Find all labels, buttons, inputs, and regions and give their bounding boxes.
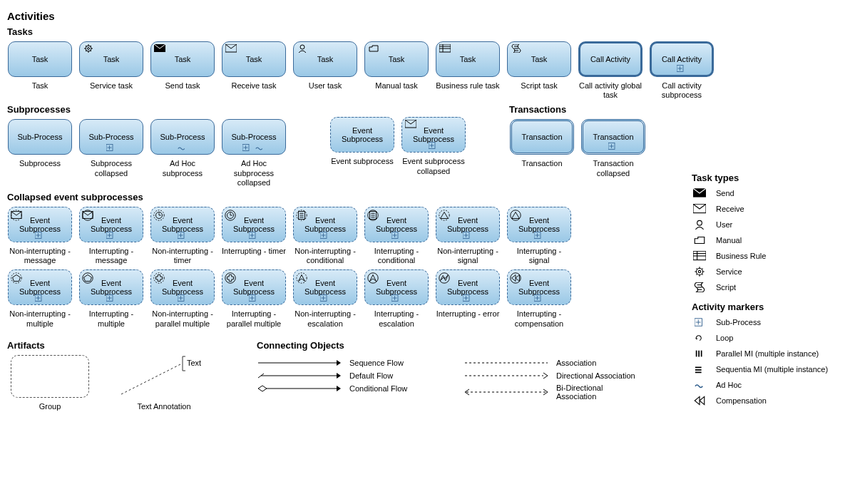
activity-shape: Sub-Process	[79, 119, 143, 155]
plus-marker	[178, 231, 188, 240]
loop-icon	[692, 332, 707, 344]
shape-caption: Interrupting - timer	[222, 247, 286, 265]
shape-caption: Script task	[521, 81, 557, 100]
pmulti-icon	[224, 272, 237, 284]
heading-connecting: Connecting Objects	[257, 340, 642, 351]
shape-cell: Event SubprocessInterrupting - parallel …	[221, 269, 287, 328]
connector-label: Directional Association	[556, 371, 642, 380]
legend-label: Parallel MI (multiple instance)	[716, 349, 819, 358]
legend-task-type: Manual	[692, 235, 841, 246]
legend-activity-marker: Sequentia MI (multiple instance)	[692, 364, 841, 375]
shape-cell: TaskManual task	[364, 41, 429, 100]
shape-cell: Event SubprocessNon-interrupting - messa…	[7, 207, 73, 265]
shape-caption: Interrupting - signal	[506, 247, 572, 265]
shape-caption: Ad Hoc subprocess	[150, 159, 215, 178]
plus-marker	[534, 294, 544, 302]
group-shape	[11, 355, 89, 398]
script-icon	[692, 282, 707, 293]
error-icon	[438, 272, 451, 284]
legend-label: Service	[716, 267, 742, 276]
activity-shape: Event Subprocess	[150, 207, 215, 242]
group-caption: Group	[39, 402, 61, 421]
shape-caption: Non-interrupting - message	[7, 247, 73, 265]
plus-marker	[608, 142, 618, 150]
plus-marker	[178, 294, 188, 302]
shape-cell: TransactionTransaction collapsed	[580, 119, 646, 178]
legend-task-type: Receive	[692, 203, 841, 215]
legend-task-type: Send	[692, 187, 841, 199]
plus-marker	[534, 231, 544, 240]
shape-caption: Receive task	[232, 81, 277, 100]
multi-icon	[81, 272, 94, 284]
plus-marker	[106, 294, 116, 302]
connector-line	[464, 358, 549, 368]
connector-label: Conditional Flow	[349, 384, 435, 393]
user-icon	[297, 44, 308, 53]
connector-label: Association	[556, 359, 642, 367]
shape-label: Task	[457, 55, 479, 63]
shape-caption: Send task	[165, 81, 200, 100]
shape-caption: Interrupting - parallel multiple	[221, 309, 287, 328]
connector-bidir: Bi-Directional Association	[464, 384, 642, 401]
shape-caption: Interrupting - error	[436, 309, 500, 328]
plus-marker	[429, 141, 439, 150]
shape-cell: Event SubprocessInterrupting - compensat…	[506, 269, 572, 328]
shape-cell: Call ActivityCall activity subprocess	[649, 41, 715, 100]
shape-label: Event Subprocess	[331, 126, 394, 143]
shape-caption: Interrupting - escalation	[364, 309, 429, 328]
shape-caption: Interrupting - message	[78, 247, 144, 265]
receive-icon	[692, 203, 707, 215]
connector-line	[464, 387, 549, 397]
legend-activity-marker: Ad Hoc	[692, 379, 841, 391]
shape-label: Task	[528, 55, 551, 63]
legend-label: Loop	[716, 334, 733, 342]
activity-shape: Event Subprocess	[150, 269, 215, 305]
shape-label: Task	[314, 55, 337, 63]
activity-shape: Event Subprocess	[401, 117, 466, 153]
plus-marker	[391, 294, 401, 302]
receive-icon	[10, 209, 23, 222]
plus-marker	[35, 294, 45, 302]
shape-label: Task	[172, 55, 194, 63]
tasks-row: TaskTaskTaskService taskTaskSend taskTas…	[7, 41, 843, 100]
heading-artifacts: Artifacts	[7, 340, 228, 351]
shape-cell: Event SubprocessInterrupting - multiple	[78, 269, 144, 328]
heading-subprocesses: Subprocesses	[7, 104, 287, 115]
connector-dassoc: Directional Association	[464, 371, 642, 381]
plus-marker	[249, 294, 259, 302]
shape-cell: Event SubprocessNon-interrupting - condi…	[292, 207, 358, 265]
shape-caption: Subprocess collapsed	[78, 159, 144, 178]
shape-caption: Ad Hoc subprocess collapsed	[221, 159, 287, 187]
shape-label: Task	[243, 55, 265, 63]
shape-label: Task	[101, 55, 123, 63]
svg-point-38	[154, 273, 164, 283]
shape-caption: Non-interrupting - timer	[150, 247, 215, 265]
activity-shape: Event Subprocess	[507, 269, 571, 305]
send-icon	[692, 187, 707, 199]
shape-cell: Event SubprocessInterrupting - escalatio…	[364, 269, 429, 328]
shape-cell: Event SubprocessInterrupting - signal	[506, 207, 572, 265]
legend-label: Business Rule	[716, 252, 766, 260]
shape-cell: TransactionTransaction	[509, 119, 575, 178]
activity-shape: Event Subprocess	[8, 207, 72, 242]
activity-shape: Call Activity	[650, 41, 714, 77]
shape-label: Transaction	[518, 133, 565, 141]
activity-shape: Transaction	[581, 119, 645, 155]
esc-icon	[367, 272, 379, 284]
shape-caption: Subprocess	[19, 159, 61, 178]
activity-shape: Event Subprocess	[436, 269, 500, 305]
rule-icon	[439, 44, 451, 53]
pmulti-icon	[153, 272, 165, 284]
manual-icon	[368, 44, 379, 53]
text-annotation-text: Text	[187, 359, 201, 367]
activity-shape: Transaction	[510, 119, 574, 155]
shape-caption: Interrupting - conditional	[364, 247, 429, 265]
activity-shape: Event Subprocess	[293, 269, 357, 305]
connector-label: Sequence Flow	[349, 359, 435, 367]
script-icon	[511, 44, 522, 53]
activity-shape: Sub-Process	[222, 119, 286, 155]
activity-shape: Task	[8, 41, 72, 77]
legend-label: User	[716, 220, 732, 229]
shape-caption: Manual task	[375, 81, 417, 100]
legend: Task types SendReceiveUserManualBusiness…	[692, 164, 841, 411]
